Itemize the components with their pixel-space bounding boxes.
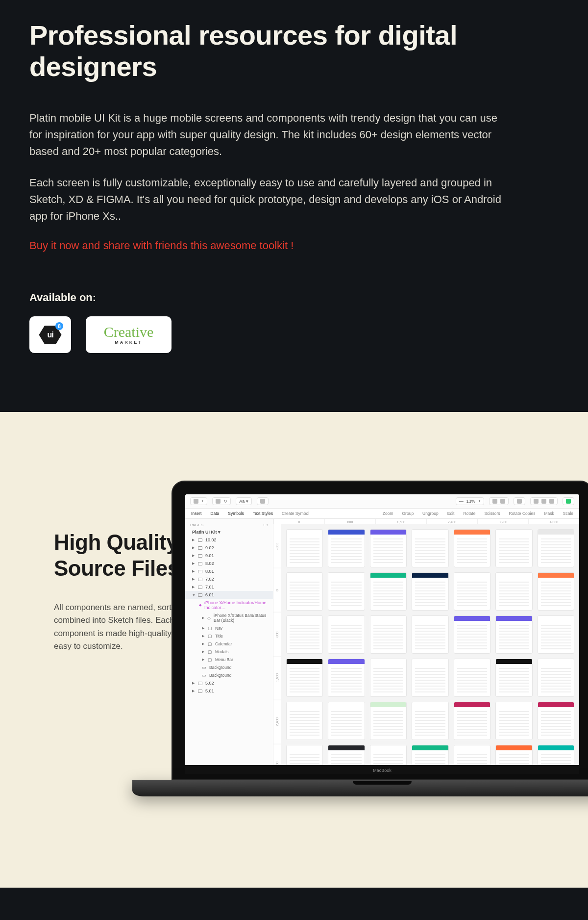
list-item: ▶8.02 xyxy=(185,560,273,567)
hero-title: Professional resources for digital desig… xyxy=(29,20,559,83)
hero-paragraph-2: Each screen is fully customizable, excep… xyxy=(29,175,510,225)
list-item: ▶5.02 xyxy=(185,679,273,687)
list-item: ▶9.02 xyxy=(185,544,273,552)
sketch-menubar: Insert Data Symbols Text Styles Create S… xyxy=(185,509,579,519)
list-item: ▶◇ iPhone X/Status Bars/Status Bar (Blac… xyxy=(185,612,273,624)
creative-market-logo-text: Creative xyxy=(104,326,154,338)
list-item: ▼6.01 xyxy=(185,591,273,599)
list-item: ▭ Background xyxy=(185,664,273,671)
ui8-store-badge[interactable]: ui 8 xyxy=(29,316,71,353)
macbook-label: MacBook xyxy=(185,765,579,774)
list-item: ▭ Background xyxy=(185,671,273,679)
list-item: ▶▢ Calendar xyxy=(185,640,273,648)
sketch-ruler-v: -80008001,6002,4003,200 xyxy=(273,524,281,774)
sketch-toolbar: + ↻ Aa ▾ — 13% + xyxy=(185,494,579,509)
store-badges-row: ui 8 Creative MARKET xyxy=(29,316,559,353)
list-item: ▶9.01 xyxy=(185,552,273,560)
available-on-label: Available on: xyxy=(29,291,559,304)
ui8-badge-number: 8 xyxy=(55,322,63,330)
source-files-section: High Quality Source Files All components… xyxy=(0,412,588,888)
list-item: ▶8.01 xyxy=(185,567,273,575)
list-item: ▶5.01 xyxy=(185,687,273,695)
list-item: ▶7.02 xyxy=(185,575,273,583)
sketch-sidebar: PAGES+ ↕ Platin UI Kit ▾ ▶10.02 ▶9.02 ▶9… xyxy=(185,519,273,774)
sketch-canvas xyxy=(281,524,579,774)
list-item: ▶▢ Menu Bar xyxy=(185,656,273,664)
macbook-base xyxy=(132,780,588,796)
creative-market-logo-sub: MARKET xyxy=(115,340,143,345)
sidebar-project: Platin UI Kit ▾ xyxy=(185,528,273,536)
sketch-app-window: + ↻ Aa ▾ — 13% + Insert Data Symbols Tex… xyxy=(185,494,579,774)
creative-market-badge[interactable]: Creative MARKET xyxy=(86,316,172,353)
hero-cta-text: Buy it now and share with friends this a… xyxy=(29,239,559,252)
list-item: ▶▢ Nav xyxy=(185,624,273,632)
macbook-mockup: + ↻ Aa ▾ — 13% + Insert Data Symbols Tex… xyxy=(172,481,588,796)
list-item: ▶10.02 xyxy=(185,536,273,544)
list-item: ▶7.01 xyxy=(185,583,273,591)
list-item: ▶▢ Modals xyxy=(185,648,273,656)
hero-paragraph-1: Platin mobile UI Kit is a huge mobile sc… xyxy=(29,110,510,160)
sketch-ruler-h: 08001,6002,4003,2004,000 xyxy=(273,519,579,524)
selected-layer: ◆iPhone X/Home Indicator/Home Indicator… xyxy=(185,599,273,612)
list-item: ▶▢ Title xyxy=(185,632,273,640)
